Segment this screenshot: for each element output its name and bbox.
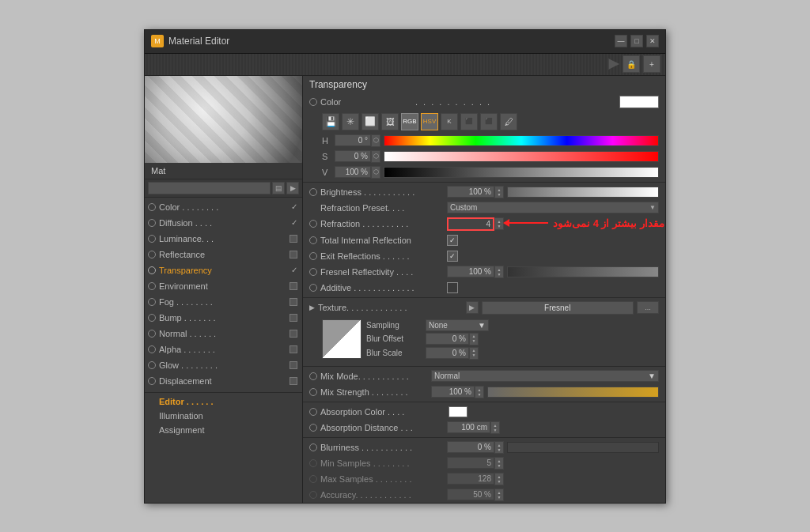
min-samples-input[interactable] bbox=[447, 457, 494, 469]
mixer-icon[interactable]: ⬛ bbox=[460, 113, 478, 130]
accuracy-radio[interactable] bbox=[309, 491, 317, 499]
material-search-input[interactable] bbox=[148, 182, 271, 194]
eyedropper-icon[interactable]: 🖊 bbox=[500, 113, 517, 130]
brightness-radio[interactable] bbox=[309, 188, 317, 196]
exit-ref-check[interactable]: ✓ bbox=[447, 251, 458, 262]
blurriness-slider[interactable] bbox=[507, 442, 659, 453]
texture-play-btn[interactable]: ▶ bbox=[466, 301, 479, 314]
sidebar-item-diffusion[interactable]: Diffusion . . . . ✓ bbox=[145, 215, 302, 231]
sidebar-item-fog[interactable]: Fog . . . . . . . . bbox=[145, 294, 302, 310]
total-internal-row: Total Internal Reflection ✓ bbox=[303, 232, 665, 248]
sidebar-item-assignment[interactable]: Assignment bbox=[154, 423, 302, 437]
max-samples-radio[interactable] bbox=[309, 475, 317, 483]
total-internal-check[interactable]: ✓ bbox=[447, 235, 458, 246]
h-spinner[interactable]: ⬡ bbox=[371, 134, 380, 147]
blur-scale-spinner[interactable] bbox=[469, 347, 479, 360]
hsv-icon[interactable]: HSV bbox=[421, 113, 438, 130]
sidebar-item-alpha[interactable]: Alpha . . . . . . . bbox=[145, 341, 302, 357]
mix-mode-value: Normal bbox=[434, 372, 460, 380]
mix-strength-input[interactable] bbox=[431, 386, 475, 398]
total-internal-radio[interactable] bbox=[309, 236, 317, 244]
close-button[interactable]: ✕ bbox=[646, 35, 659, 47]
sidebar-item-glow[interactable]: Glow . . . . . . . . bbox=[145, 357, 302, 373]
additive-radio[interactable] bbox=[309, 284, 317, 292]
sidebar-item-displacement[interactable]: Displacement bbox=[145, 373, 302, 389]
min-samples-radio[interactable] bbox=[309, 459, 317, 467]
toolbar-arrow-icon[interactable] bbox=[608, 58, 619, 70]
minimize-button[interactable]: — bbox=[615, 35, 627, 47]
mix-mode-dropdown[interactable]: Normal ▼ bbox=[431, 370, 659, 382]
blur-scale-input[interactable] bbox=[426, 347, 469, 359]
toolbar-settings-icon[interactable]: + bbox=[643, 55, 660, 73]
rgb-icon[interactable]: RGB bbox=[401, 113, 418, 130]
brightness-spinner[interactable] bbox=[494, 186, 504, 198]
s-spinner[interactable]: ⬡ bbox=[371, 150, 380, 163]
fresnel-ref-input[interactable] bbox=[447, 266, 494, 277]
absorption-distance-radio[interactable] bbox=[309, 424, 317, 432]
sidebar-item-normal[interactable]: Normal . . . . . . bbox=[145, 326, 302, 341]
sampling-dropdown[interactable]: None ▼ bbox=[426, 319, 489, 331]
absorption-distance-input[interactable] bbox=[447, 421, 490, 433]
mix-strength-radio[interactable] bbox=[309, 388, 317, 396]
gradient-icon[interactable]: ⬛ bbox=[480, 113, 498, 130]
absorption-distance-spinner[interactable] bbox=[490, 421, 500, 434]
sidebar-item-luminance[interactable]: Luminance. . . bbox=[145, 231, 302, 247]
material-arrow-icon[interactable]: ▶ bbox=[286, 182, 299, 194]
app-icon: M bbox=[151, 35, 164, 47]
texture-expand-arrow[interactable]: ▶ bbox=[309, 304, 315, 311]
toolbar-lock-icon[interactable]: 🔒 bbox=[623, 55, 640, 73]
blurriness-input[interactable] bbox=[447, 441, 494, 453]
refraction-preset-dropdown[interactable]: Custom ▼ bbox=[447, 202, 659, 213]
additive-check[interactable] bbox=[447, 282, 458, 293]
blur-offset-input[interactable] bbox=[426, 333, 469, 345]
material-list-icon[interactable]: ▤ bbox=[272, 182, 285, 194]
s-slider[interactable] bbox=[384, 151, 659, 162]
paste-color-icon[interactable]: 🖼 bbox=[381, 113, 399, 130]
fresnel-btn[interactable]: Fresnel bbox=[482, 301, 634, 315]
blurriness-radio[interactable] bbox=[309, 443, 317, 451]
sidebar-item-environment[interactable]: Environment bbox=[145, 278, 302, 294]
fresnel-ref-slider[interactable] bbox=[507, 266, 659, 277]
h-slider[interactable] bbox=[384, 135, 659, 146]
accuracy-input[interactable] bbox=[447, 489, 494, 500]
fresnel-ref-radio[interactable] bbox=[309, 268, 317, 276]
min-samples-spinner[interactable] bbox=[494, 457, 504, 470]
max-samples-spinner[interactable] bbox=[494, 473, 504, 485]
h-value-input[interactable] bbox=[335, 134, 371, 146]
copy-color-icon[interactable]: ⬜ bbox=[361, 113, 379, 130]
absorption-color-radio[interactable] bbox=[309, 408, 317, 416]
color-radio[interactable] bbox=[309, 98, 317, 106]
sidebar-item-editor[interactable]: Editor . . . . . . bbox=[154, 394, 302, 409]
refraction-preset-value: Custom bbox=[450, 203, 477, 212]
absorption-color-swatch[interactable] bbox=[449, 406, 467, 417]
color-swatch[interactable] bbox=[619, 96, 659, 108]
refraction-radio[interactable] bbox=[309, 220, 317, 228]
sidebar-item-illumination[interactable]: Illumination bbox=[154, 409, 302, 423]
texture-dots-btn[interactable]: ... bbox=[637, 301, 659, 314]
sidebar-item-transparency[interactable]: Transparency ✓ bbox=[145, 262, 302, 278]
kelvin-icon[interactable]: K bbox=[441, 113, 458, 130]
blurriness-spinner[interactable] bbox=[494, 441, 504, 454]
exit-ref-radio[interactable] bbox=[309, 252, 317, 260]
sidebar-item-reflectance[interactable]: Reflectance bbox=[145, 247, 302, 262]
v-spinner[interactable]: ⬡ bbox=[371, 166, 380, 179]
mix-strength-spinner[interactable] bbox=[475, 386, 484, 398]
fresnel-ref-spinner[interactable] bbox=[494, 266, 504, 278]
blur-offset-spinner[interactable] bbox=[469, 333, 479, 345]
v-value-input[interactable] bbox=[335, 166, 371, 178]
reflectance-dot bbox=[148, 251, 156, 258]
mix-mode-radio[interactable] bbox=[309, 372, 317, 380]
accuracy-spinner[interactable] bbox=[494, 489, 504, 501]
reset-color-icon[interactable]: ✳ bbox=[342, 113, 359, 130]
save-color-icon[interactable]: 💾 bbox=[322, 113, 339, 130]
s-value-input[interactable] bbox=[335, 150, 371, 162]
max-samples-input[interactable] bbox=[447, 473, 494, 485]
sidebar-item-color[interactable]: Color . . . . . . . . ✓ bbox=[145, 199, 302, 215]
sidebar-item-bump[interactable]: Bump . . . . . . . bbox=[145, 310, 302, 326]
refraction-input[interactable] bbox=[447, 217, 494, 231]
brightness-slider[interactable] bbox=[507, 187, 659, 198]
brightness-input[interactable] bbox=[447, 186, 494, 198]
mix-strength-bar[interactable] bbox=[487, 387, 659, 398]
maximize-button[interactable]: □ bbox=[630, 35, 643, 47]
v-slider[interactable] bbox=[384, 167, 659, 178]
